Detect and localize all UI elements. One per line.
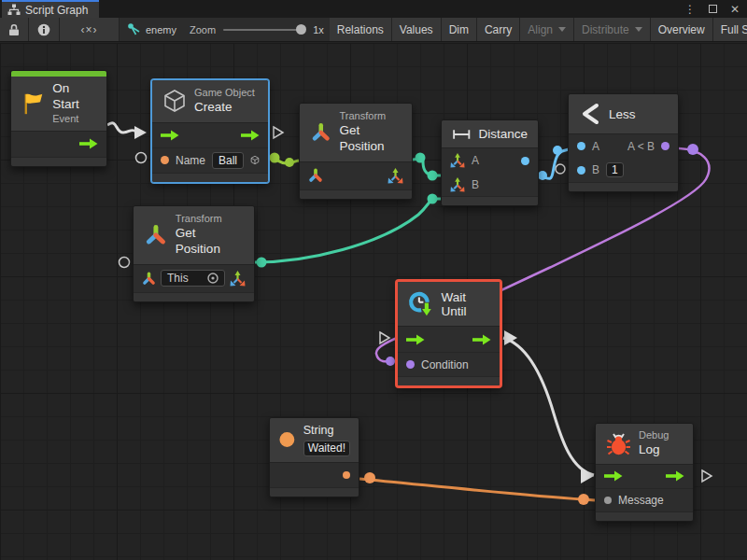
node-distance[interactable]: Distance A B [441,119,539,206]
node-category: Debug [639,429,669,442]
condition-input-port[interactable] [406,360,415,369]
zoom-slider[interactable] [223,29,305,31]
output-label: A < B [627,140,655,153]
port-b-label: B [472,178,479,191]
cube-icon [162,89,187,113]
graph-asset-label[interactable]: enemy [120,18,184,41]
node-get-position-bottom[interactable]: Transform Get Position This [133,205,255,302]
node-title: Distance [478,127,528,141]
node-create[interactable]: Game Object Create Name Ball [151,79,269,183]
node-category: Game Object [194,87,255,100]
transform-icon [144,223,168,247]
code-preview-button[interactable]: ‹×› [60,18,120,41]
string-output-port[interactable] [343,471,350,479]
node-title: String [303,424,350,439]
bug-icon [606,431,631,456]
node-get-position-top[interactable]: Transform Get Position [299,103,413,200]
transform-input-port[interactable] [308,168,323,183]
flow-output-port[interactable] [79,138,98,149]
target-object-field[interactable]: This [161,270,225,287]
float-input-port-a[interactable] [577,142,585,150]
node-category: Transform [340,110,402,123]
distance-icon [452,128,471,141]
wait-timer-icon [407,289,433,318]
values-button[interactable]: Values [392,18,442,41]
gameobject-output-port[interactable] [250,152,260,168]
flow-output-port[interactable] [666,470,684,482]
carry-button[interactable]: Carry [477,18,520,41]
toolbar-right-buttons: Relations Values Dim Carry Align Distrib… [330,18,747,41]
float-input-port-b[interactable] [577,166,585,175]
string-icon [278,427,296,452]
node-on-start[interactable]: On Start Event [10,70,107,167]
transform-icon [310,120,332,145]
lock-icon [8,23,20,36]
string-value-field[interactable]: Waited! [303,441,350,456]
b-value-field[interactable]: 1 [606,162,624,177]
graph-hierarchy-icon [7,4,21,16]
dim-button[interactable]: Dim [442,18,477,41]
zoom-value: 1x [313,24,324,35]
node-wait-until[interactable]: Wait Until Condition [396,280,501,387]
object-picker-icon[interactable] [207,273,218,284]
flow-input-port[interactable] [161,130,179,141]
vector3-input-port[interactable] [450,177,465,192]
chevron-down-icon [635,27,642,32]
zoom-control: Zoom 1x [184,18,330,41]
bool-output-port[interactable] [661,142,669,150]
port-a-label: A [472,154,479,167]
node-subtitle: Event [52,113,98,126]
flow-output-port[interactable] [241,130,260,141]
node-category: Transform [176,213,244,226]
condition-label: Condition [421,358,469,371]
message-input-port[interactable] [604,497,612,504]
message-label: Message [618,494,664,507]
script-graph-window: Script Graph ⋮ ✕ ‹×› [0,0,747,560]
node-title: Wait Until [441,290,490,318]
zoom-slider-handle[interactable] [296,24,306,35]
port-a-label: A [592,140,599,153]
code-icon: ‹×› [81,23,98,36]
node-less[interactable]: Less A A < B B 1 [568,93,679,192]
float-output-port[interactable] [521,157,529,165]
overview-button[interactable]: Overview [651,18,713,41]
name-value-field[interactable]: Ball [212,152,244,169]
flow-input-port[interactable] [406,334,425,345]
fullscreen-button[interactable]: Full Screen [713,18,747,41]
tab-title: Script Graph [25,4,88,17]
vector3-input-port[interactable] [450,153,465,168]
node-title: Log [639,442,669,458]
vector3-output-port[interactable] [230,271,246,287]
flow-output-port[interactable] [472,334,491,345]
info-icon [37,23,50,36]
lock-button[interactable] [0,18,29,41]
flow-input-port[interactable] [604,470,623,482]
transform-input-port[interactable] [142,272,156,286]
name-port-label: Name [176,154,205,167]
window-menu-icon[interactable]: ⋮ [684,4,696,15]
align-dropdown[interactable]: Align [520,18,574,41]
node-title: Less [609,107,636,121]
flag-icon [20,91,45,117]
close-icon[interactable]: ✕ [730,4,740,15]
zoom-label: Zoom [190,24,216,35]
distribute-dropdown[interactable]: Distribute [574,18,651,41]
node-title: Get Position [340,123,402,155]
node-debug-log[interactable]: Debug Log Message [595,423,694,522]
graph-name: enemy [146,24,176,35]
title-bar: Script Graph ⋮ ✕ [0,0,747,18]
info-button[interactable] [29,18,60,41]
node-title: Get Position [176,226,244,258]
node-string-literal[interactable]: String Waited! [269,417,359,497]
tab-script-graph[interactable]: Script Graph [2,0,99,18]
string-input-port[interactable] [161,156,169,164]
node-title: On Start [52,81,98,113]
vector3-output-port[interactable] [388,168,403,184]
window-controls: ⋮ ✕ [684,0,747,18]
relations-button[interactable]: Relations [330,18,392,41]
port-b-label: B [592,163,599,176]
maximize-icon[interactable] [709,5,717,13]
graph-toolbar: ‹×› enemy Zoom 1x Relations Values Dim C… [0,18,747,42]
script-graph-asset-icon [127,22,141,36]
less-than-icon [579,103,601,125]
